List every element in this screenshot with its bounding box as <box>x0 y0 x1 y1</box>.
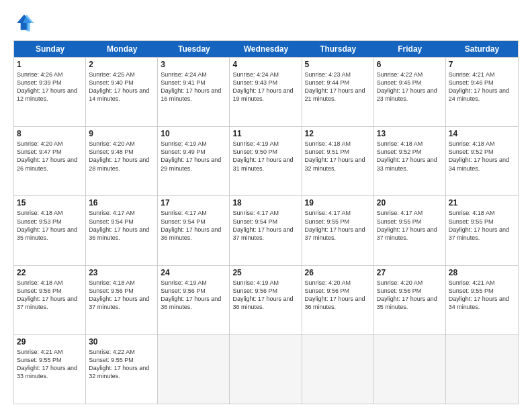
calendar-cell: 17 Sunrise: 4:17 AM Sunset: 9:54 PM Dayl… <box>158 196 230 265</box>
day-info: Sunrise: 4:24 AM Sunset: 9:41 PM Dayligh… <box>161 71 226 103</box>
day-info: Sunrise: 4:20 AM Sunset: 9:47 PM Dayligh… <box>17 140 83 173</box>
day-number: 10 <box>161 129 226 138</box>
day-info: Sunrise: 4:17 AM Sunset: 9:55 PM Dayligh… <box>377 209 443 242</box>
day-info: Sunrise: 4:20 AM Sunset: 9:56 PM Dayligh… <box>377 279 443 312</box>
day-info: Sunrise: 4:22 AM Sunset: 9:55 PM Dayligh… <box>89 348 154 381</box>
day-number: 27 <box>377 268 443 277</box>
calendar-row: 22 Sunrise: 4:18 AM Sunset: 9:56 PM Dayl… <box>14 265 518 334</box>
calendar-cell <box>230 335 302 404</box>
day-info: Sunrise: 4:24 AM Sunset: 9:43 PM Dayligh… <box>232 71 298 103</box>
calendar-cell: 19 Sunrise: 4:17 AM Sunset: 9:55 PM Dayl… <box>302 196 374 265</box>
calendar-cell: 24 Sunrise: 4:19 AM Sunset: 9:56 PM Dayl… <box>158 266 230 334</box>
day-info: Sunrise: 4:17 AM Sunset: 9:54 PM Dayligh… <box>161 209 226 242</box>
day-number: 29 <box>17 337 83 347</box>
calendar-cell: 6 Sunrise: 4:22 AM Sunset: 9:45 PM Dayli… <box>374 58 446 126</box>
weekday-header: Wednesday <box>230 41 302 57</box>
calendar-cell: 18 Sunrise: 4:17 AM Sunset: 9:54 PM Dayl… <box>230 196 302 265</box>
logo <box>13 12 38 34</box>
calendar-cell: 15 Sunrise: 4:18 AM Sunset: 9:53 PM Dayl… <box>14 196 86 265</box>
calendar-cell <box>302 335 374 404</box>
day-info: Sunrise: 4:19 AM Sunset: 9:50 PM Dayligh… <box>232 140 298 173</box>
day-info: Sunrise: 4:20 AM Sunset: 9:56 PM Dayligh… <box>305 279 371 312</box>
calendar-cell: 7 Sunrise: 4:21 AM Sunset: 9:46 PM Dayli… <box>446 58 518 126</box>
calendar-cell <box>374 335 446 404</box>
day-info: Sunrise: 4:18 AM Sunset: 9:52 PM Dayligh… <box>377 140 443 173</box>
day-info: Sunrise: 4:18 AM Sunset: 9:56 PM Dayligh… <box>17 279 83 312</box>
day-number: 3 <box>161 60 226 69</box>
calendar-cell: 29 Sunrise: 4:21 AM Sunset: 9:55 PM Dayl… <box>14 335 86 404</box>
day-info: Sunrise: 4:18 AM Sunset: 9:55 PM Dayligh… <box>449 209 515 242</box>
calendar-cell: 8 Sunrise: 4:20 AM Sunset: 9:47 PM Dayli… <box>14 127 86 195</box>
calendar-cell: 21 Sunrise: 4:18 AM Sunset: 9:55 PM Dayl… <box>446 196 518 265</box>
calendar-header: SundayMondayTuesdayWednesdayThursdayFrid… <box>14 41 518 57</box>
calendar-cell <box>446 335 518 404</box>
calendar-cell: 11 Sunrise: 4:19 AM Sunset: 9:50 PM Dayl… <box>230 127 302 195</box>
weekday-header: Friday <box>374 41 446 57</box>
calendar-cell: 26 Sunrise: 4:20 AM Sunset: 9:56 PM Dayl… <box>302 266 374 334</box>
day-info: Sunrise: 4:18 AM Sunset: 9:53 PM Dayligh… <box>17 209 83 242</box>
calendar-cell: 10 Sunrise: 4:19 AM Sunset: 9:49 PM Dayl… <box>158 127 230 195</box>
calendar-cell: 16 Sunrise: 4:17 AM Sunset: 9:54 PM Dayl… <box>86 196 158 265</box>
calendar-row: 1 Sunrise: 4:26 AM Sunset: 9:39 PM Dayli… <box>14 57 518 126</box>
day-info: Sunrise: 4:22 AM Sunset: 9:45 PM Dayligh… <box>377 71 443 103</box>
calendar-cell: 22 Sunrise: 4:18 AM Sunset: 9:56 PM Dayl… <box>14 266 86 334</box>
day-number: 7 <box>449 60 515 69</box>
weekday-header: Thursday <box>302 41 374 57</box>
day-number: 17 <box>161 198 226 208</box>
day-number: 24 <box>161 268 226 277</box>
day-info: Sunrise: 4:21 AM Sunset: 9:46 PM Dayligh… <box>449 71 515 103</box>
day-number: 9 <box>89 129 154 138</box>
day-number: 6 <box>377 60 443 69</box>
day-info: Sunrise: 4:17 AM Sunset: 9:54 PM Dayligh… <box>89 209 154 242</box>
day-info: Sunrise: 4:19 AM Sunset: 9:56 PM Dayligh… <box>232 279 298 312</box>
calendar-row: 29 Sunrise: 4:21 AM Sunset: 9:55 PM Dayl… <box>14 334 518 404</box>
day-info: Sunrise: 4:17 AM Sunset: 9:55 PM Dayligh… <box>305 209 371 242</box>
calendar-row: 15 Sunrise: 4:18 AM Sunset: 9:53 PM Dayl… <box>14 195 518 265</box>
weekday-header: Tuesday <box>158 41 230 57</box>
weekday-header: Sunday <box>14 41 86 57</box>
calendar-body: 1 Sunrise: 4:26 AM Sunset: 9:39 PM Dayli… <box>14 57 518 404</box>
calendar-cell: 1 Sunrise: 4:26 AM Sunset: 9:39 PM Dayli… <box>14 58 86 126</box>
day-info: Sunrise: 4:26 AM Sunset: 9:39 PM Dayligh… <box>17 71 83 103</box>
day-info: Sunrise: 4:18 AM Sunset: 9:51 PM Dayligh… <box>305 140 371 173</box>
day-number: 18 <box>232 198 298 208</box>
logo-icon <box>13 12 35 34</box>
calendar-cell: 2 Sunrise: 4:25 AM Sunset: 9:40 PM Dayli… <box>86 58 158 126</box>
calendar-cell: 20 Sunrise: 4:17 AM Sunset: 9:55 PM Dayl… <box>374 196 446 265</box>
calendar-cell: 13 Sunrise: 4:18 AM Sunset: 9:52 PM Dayl… <box>374 127 446 195</box>
day-info: Sunrise: 4:19 AM Sunset: 9:49 PM Dayligh… <box>161 140 226 173</box>
page: SundayMondayTuesdayWednesdayThursdayFrid… <box>0 0 532 411</box>
day-number: 21 <box>449 198 515 208</box>
calendar-cell: 9 Sunrise: 4:20 AM Sunset: 9:48 PM Dayli… <box>86 127 158 195</box>
day-number: 5 <box>305 60 371 69</box>
calendar-cell: 12 Sunrise: 4:18 AM Sunset: 9:51 PM Dayl… <box>302 127 374 195</box>
day-info: Sunrise: 4:19 AM Sunset: 9:56 PM Dayligh… <box>161 279 226 312</box>
weekday-header: Saturday <box>446 41 518 57</box>
day-info: Sunrise: 4:18 AM Sunset: 9:56 PM Dayligh… <box>89 279 154 312</box>
day-number: 25 <box>232 268 298 277</box>
calendar-cell <box>158 335 230 404</box>
day-number: 4 <box>232 60 298 69</box>
day-info: Sunrise: 4:23 AM Sunset: 9:44 PM Dayligh… <box>305 71 371 103</box>
day-number: 2 <box>89 60 154 69</box>
day-number: 20 <box>377 198 443 208</box>
day-info: Sunrise: 4:20 AM Sunset: 9:48 PM Dayligh… <box>89 140 154 173</box>
calendar-cell: 28 Sunrise: 4:21 AM Sunset: 9:55 PM Dayl… <box>446 266 518 334</box>
day-info: Sunrise: 4:25 AM Sunset: 9:40 PM Dayligh… <box>89 71 154 103</box>
day-number: 23 <box>89 268 154 277</box>
calendar-cell: 3 Sunrise: 4:24 AM Sunset: 9:41 PM Dayli… <box>158 58 230 126</box>
day-number: 15 <box>17 198 83 208</box>
day-info: Sunrise: 4:21 AM Sunset: 9:55 PM Dayligh… <box>17 348 83 381</box>
day-number: 19 <box>305 198 371 208</box>
day-number: 8 <box>17 129 83 138</box>
calendar-row: 8 Sunrise: 4:20 AM Sunset: 9:47 PM Dayli… <box>14 126 518 195</box>
calendar-cell: 14 Sunrise: 4:18 AM Sunset: 9:52 PM Dayl… <box>446 127 518 195</box>
day-number: 14 <box>449 129 515 138</box>
calendar-cell: 25 Sunrise: 4:19 AM Sunset: 9:56 PM Dayl… <box>230 266 302 334</box>
day-info: Sunrise: 4:18 AM Sunset: 9:52 PM Dayligh… <box>449 140 515 173</box>
calendar: SundayMondayTuesdayWednesdayThursdayFrid… <box>13 40 519 404</box>
day-number: 12 <box>305 129 371 138</box>
calendar-cell: 4 Sunrise: 4:24 AM Sunset: 9:43 PM Dayli… <box>230 58 302 126</box>
day-number: 11 <box>232 129 298 138</box>
calendar-cell: 27 Sunrise: 4:20 AM Sunset: 9:56 PM Dayl… <box>374 266 446 334</box>
